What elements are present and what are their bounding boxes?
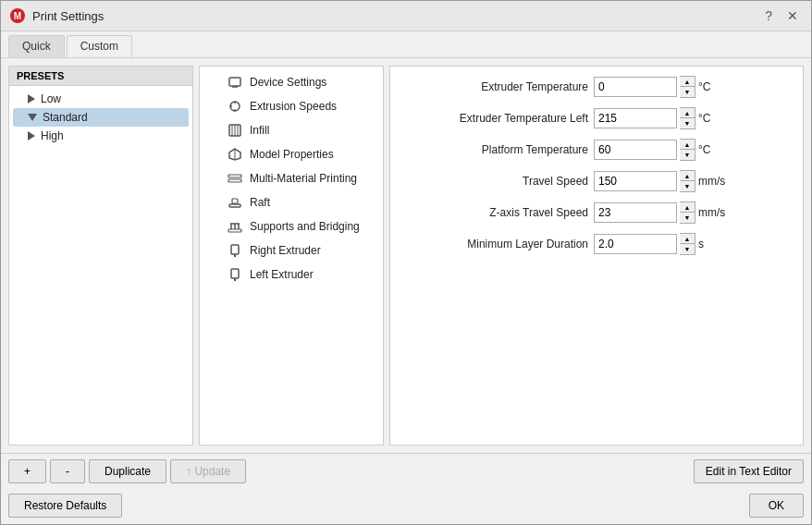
spinner-up-min-layer-duration[interactable]: ▲	[680, 234, 695, 244]
spinner-down-extruder-temp[interactable]: ▼	[680, 87, 695, 97]
main-content: PRESETS Low Standard High	[1, 58, 811, 453]
preset-label-low: Low	[41, 92, 61, 105]
settings-panel: Extruder Temperature ▲ ▼ °C Extruder Tem…	[389, 66, 804, 446]
right-extruder-icon	[228, 243, 242, 258]
spinner-min-layer-duration: ▲ ▼	[680, 233, 695, 255]
duplicate-button[interactable]: Duplicate	[89, 459, 166, 483]
label-travel-speed: Travel Speed	[403, 175, 588, 188]
input-group-extruder-temp-left: ▲ ▼ °C	[594, 107, 710, 129]
label-extruder-temp-left: Extruder Temperature Left	[403, 112, 588, 125]
nav-item-extrusion-speeds[interactable]: Extrusion Speeds	[200, 94, 383, 118]
extrusion-icon	[228, 99, 242, 114]
spinner-up-platform-temp[interactable]: ▲	[680, 140, 695, 150]
spinner-travel-speed: ▲ ▼	[680, 170, 695, 192]
svg-rect-16	[228, 229, 241, 232]
left-extruder-icon	[228, 267, 242, 282]
input-group-extruder-temp: ▲ ▼ °C	[594, 76, 710, 98]
update-button[interactable]: ↑ Update	[170, 459, 246, 483]
svg-rect-21	[231, 245, 239, 254]
input-min-layer-duration[interactable]	[594, 234, 677, 254]
spinner-up-extruder-temp-left[interactable]: ▲	[680, 108, 695, 118]
triangle-right-icon	[28, 94, 35, 104]
supports-icon	[228, 219, 242, 234]
spinner-down-travel-speed[interactable]: ▼	[680, 181, 695, 191]
preset-item-low[interactable]: Low	[13, 90, 189, 108]
input-group-platform-temp: ▲ ▼ °C	[594, 139, 710, 161]
ok-button[interactable]: OK	[749, 494, 804, 518]
bottom-left-buttons: + - Duplicate ↑ Update	[8, 459, 246, 483]
nav-label-model-properties: Model Properties	[250, 148, 334, 161]
tab-custom[interactable]: Custom	[67, 35, 132, 57]
nav-label-multi-material: Multi-Material Printing	[250, 172, 357, 185]
restore-defaults-button[interactable]: Restore Defaults	[8, 494, 122, 518]
input-group-travel-speed: ▲ ▼ mm/s	[594, 170, 725, 192]
nav-item-left-extruder[interactable]: Left Extruder	[200, 262, 383, 287]
triangle-down-icon	[28, 114, 37, 121]
spinner-down-zaxis-travel-speed[interactable]: ▼	[680, 213, 695, 223]
spinner-up-extruder-temp[interactable]: ▲	[680, 77, 695, 87]
input-zaxis-travel-speed[interactable]	[594, 202, 677, 223]
spinner-down-platform-temp[interactable]: ▼	[680, 150, 695, 160]
setting-row-platform-temp: Platform Temperature ▲ ▼ °C	[403, 139, 790, 161]
label-platform-temp: Platform Temperature	[403, 143, 588, 156]
spinner-up-travel-speed[interactable]: ▲	[680, 171, 695, 181]
svg-rect-12	[228, 175, 241, 177]
input-travel-speed[interactable]	[594, 171, 677, 191]
unit-zaxis-travel-speed: mm/s	[698, 206, 725, 219]
input-extruder-temp-left[interactable]	[594, 108, 677, 128]
add-button[interactable]: +	[8, 459, 46, 483]
remove-button[interactable]: -	[50, 459, 85, 483]
spinner-zaxis-travel-speed: ▲ ▼	[680, 201, 695, 224]
presets-list: Low Standard High	[9, 86, 192, 445]
label-min-layer-duration: Minimum Layer Duration	[403, 238, 588, 250]
setting-row-extruder-temp-left: Extruder Temperature Left ▲ ▼ °C	[403, 107, 790, 129]
nav-panel: Device Settings Extrusion Speeds	[199, 66, 384, 446]
nav-item-supports-bridging[interactable]: Supports and Bridging	[200, 214, 383, 238]
svg-rect-13	[228, 179, 241, 182]
svg-rect-23	[231, 269, 239, 278]
title-bar-left: M Print Settings	[10, 8, 104, 23]
setting-row-zaxis-travel-speed: Z-axis Travel Speed ▲ ▼ mm/s	[403, 201, 790, 224]
setting-row-travel-speed: Travel Speed ▲ ▼ mm/s	[403, 170, 790, 192]
unit-extruder-temp-left: °C	[698, 112, 710, 125]
nav-item-multi-material[interactable]: Multi-Material Printing	[200, 166, 383, 190]
bottom-toolbar: + - Duplicate ↑ Update Edit in Text Edit…	[1, 453, 811, 489]
multi-material-icon	[228, 171, 242, 186]
window-title: Print Settings	[32, 9, 104, 23]
unit-extruder-temp: °C	[698, 80, 710, 93]
model-icon	[228, 147, 242, 162]
label-extruder-temp: Extruder Temperature	[403, 80, 588, 93]
preset-label-high: High	[41, 129, 64, 142]
bottom-right-buttons: Edit in Text Editor	[694, 459, 804, 483]
tab-quick[interactable]: Quick	[8, 35, 65, 57]
spinner-down-min-layer-duration[interactable]: ▼	[680, 244, 695, 254]
spinner-down-extruder-temp-left[interactable]: ▼	[680, 118, 695, 128]
title-bar: M Print Settings ? ✕	[1, 1, 811, 31]
spinner-extruder-temp: ▲ ▼	[680, 76, 695, 98]
nav-item-raft[interactable]: Raft	[200, 190, 383, 214]
presets-header: PRESETS	[9, 67, 192, 86]
preset-item-standard[interactable]: Standard	[13, 108, 189, 127]
nav-label-device-settings: Device Settings	[250, 76, 326, 89]
infill-icon	[228, 123, 242, 138]
unit-min-layer-duration: s	[698, 238, 704, 250]
nav-item-device-settings[interactable]: Device Settings	[200, 70, 383, 94]
edit-text-editor-button[interactable]: Edit in Text Editor	[694, 459, 804, 483]
svg-rect-14	[229, 204, 240, 207]
preset-item-high[interactable]: High	[13, 127, 189, 145]
input-extruder-temp[interactable]	[594, 77, 677, 97]
nav-label-right-extruder: Right Extruder	[250, 244, 321, 257]
raft-icon	[228, 195, 242, 210]
input-platform-temp[interactable]	[594, 140, 677, 160]
very-bottom-bar: Restore Defaults OK	[1, 489, 811, 524]
nav-item-infill[interactable]: Infill	[200, 118, 383, 142]
setting-row-extruder-temp: Extruder Temperature ▲ ▼ °C	[403, 76, 790, 98]
nav-label-extrusion-speeds: Extrusion Speeds	[250, 100, 337, 113]
help-button[interactable]: ?	[761, 6, 776, 25]
preset-label-standard: Standard	[43, 111, 88, 124]
nav-item-right-extruder[interactable]: Right Extruder	[200, 238, 383, 262]
spinner-up-zaxis-travel-speed[interactable]: ▲	[680, 202, 695, 213]
close-button[interactable]: ✕	[783, 6, 802, 25]
input-group-min-layer-duration: ▲ ▼ s	[594, 233, 704, 255]
nav-item-model-properties[interactable]: Model Properties	[200, 142, 383, 166]
